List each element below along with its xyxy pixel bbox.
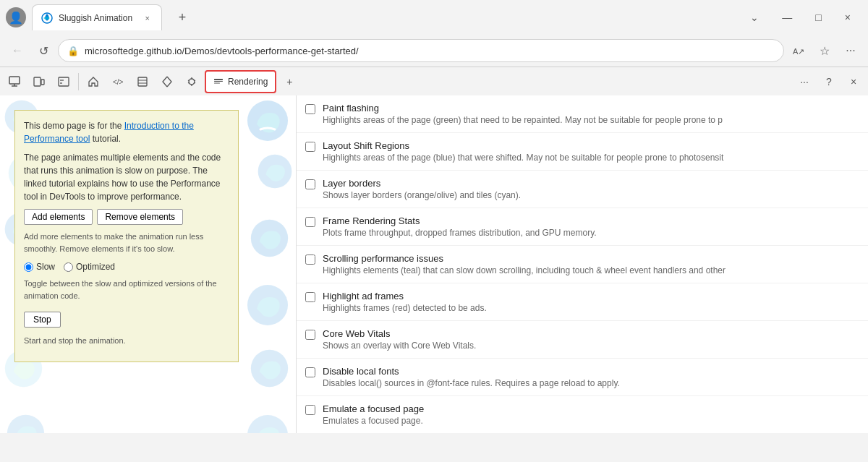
svg-text:A↗: A↗ <box>793 47 804 56</box>
rendering-item-title-0: Paint flashing <box>323 103 856 114</box>
sources-btn[interactable] <box>156 70 179 93</box>
tab-favicon <box>41 12 53 24</box>
rendering-item-content-4: Scrolling performance issues Highlights … <box>323 253 856 275</box>
rendering-item: Highlight ad frames Highlights frames (r… <box>297 283 868 321</box>
optimized-label: Optimized <box>76 260 115 273</box>
slow-radio[interactable] <box>24 262 33 272</box>
address-bar: ← ↺ 🔒 microsoftedge.github.io/Demos/devt… <box>0 35 868 67</box>
more-tools-btn[interactable]: ··· <box>839 39 862 62</box>
svg-line-18 <box>194 80 195 81</box>
svg-rect-2 <box>9 77 20 84</box>
slow-label: Slow <box>36 260 55 273</box>
optimized-radio-label[interactable]: Optimized <box>64 260 115 273</box>
optimized-radio[interactable] <box>64 262 73 272</box>
bg-logo-6 <box>246 414 289 433</box>
title-bar: 👤 Sluggish Animation × + ⌄ — □ × <box>0 0 868 35</box>
device-icon <box>33 76 45 87</box>
rendering-item-desc-4: Highlights elements (teal) that can slow… <box>323 265 856 275</box>
rendering-item-desc-3: Plots frame throughput, dropped frames d… <box>323 228 856 238</box>
back-btn[interactable]: ← <box>6 39 29 62</box>
more-panels-btn[interactable]: ··· <box>793 70 816 93</box>
lock-icon: 🔒 <box>67 46 79 56</box>
home-icon <box>88 76 99 87</box>
intro-suffix: tutorial. <box>93 134 121 144</box>
rendering-item-checkbox-3[interactable] <box>305 217 315 227</box>
favorites-btn[interactable]: ☆ <box>813 39 836 62</box>
help-btn[interactable]: ? <box>817 70 841 93</box>
stop-btn[interactable]: Stop <box>24 312 61 328</box>
refresh-btn[interactable]: ↺ <box>32 39 55 62</box>
bg-logo-1 <box>246 99 289 142</box>
performance-bug-btn[interactable] <box>180 70 203 93</box>
rendering-panel[interactable]: Paint flashing Highlights areas of the p… <box>297 95 868 433</box>
rendering-tab[interactable]: Rendering <box>205 70 276 93</box>
rendering-item: Disable local fonts Disables local() sou… <box>297 359 868 396</box>
animation-mode-radios: Slow Optimized <box>24 260 229 273</box>
bg-logo-11 <box>6 414 46 433</box>
elements-btn[interactable]: </> <box>106 70 129 93</box>
restore-btn[interactable]: □ <box>809 9 827 26</box>
rendering-item-title-3: Frame Rendering Stats <box>323 215 856 226</box>
rendering-item-checkbox-8[interactable] <box>305 405 315 415</box>
console-icon <box>58 76 69 87</box>
inspect-element-btn[interactable] <box>3 70 26 93</box>
stop-hint: Start and stop the animation. <box>24 335 229 347</box>
rendering-item-checkbox-5[interactable] <box>305 292 315 302</box>
rendering-item: Layer borders Shows layer borders (orang… <box>297 171 868 208</box>
url-box[interactable]: 🔒 microsoftedge.github.io/Demos/devtools… <box>58 39 784 62</box>
close-devtools-btn[interactable]: × <box>842 70 865 93</box>
svg-rect-22 <box>214 81 223 82</box>
svg-text:</>: </> <box>113 78 124 86</box>
svg-point-14 <box>189 79 195 85</box>
svg-rect-11 <box>138 77 147 86</box>
rendering-item-checkbox-2[interactable] <box>305 179 315 189</box>
remove-elements-btn[interactable]: Remove elements <box>97 209 183 225</box>
rendering-item-title-6: Core Web Vitals <box>323 328 856 339</box>
network-btn[interactable] <box>131 70 154 93</box>
rendering-item-desc-2: Shows layer borders (orange/olive) and t… <box>323 190 856 200</box>
rendering-item: Layout Shift Regions Highlights areas of… <box>297 133 868 171</box>
tab-close-btn[interactable]: × <box>142 12 153 24</box>
svg-rect-21 <box>214 79 223 80</box>
toggle-hint: Toggle between the slow and optimized ve… <box>24 278 229 301</box>
rendering-item-desc-0: Highlights areas of the page (green) tha… <box>323 115 856 125</box>
browser-tab[interactable]: Sluggish Animation × <box>32 4 162 30</box>
device-emulation-btn[interactable] <box>27 70 51 93</box>
close-btn[interactable]: × <box>839 9 856 26</box>
bg-logo-5 <box>250 348 289 388</box>
rendering-item-content-8: Emulate a focused page Emulates a focuse… <box>323 403 856 426</box>
bg-logo-3 <box>250 218 289 258</box>
window-dropdown-btn[interactable]: ⌄ <box>744 9 765 26</box>
rendering-item-checkbox-4[interactable] <box>305 254 315 265</box>
rendering-item-checkbox-7[interactable] <box>305 367 315 377</box>
add-panel-btn[interactable]: + <box>278 70 301 93</box>
rendering-item-checkbox-1[interactable] <box>305 142 315 152</box>
element-controls: Add elements Remove elements <box>24 209 229 225</box>
rendering-item-title-2: Layer borders <box>323 178 856 189</box>
rendering-items-list: Paint flashing Highlights areas of the p… <box>297 95 868 433</box>
read-aloud-btn[interactable]: A↗ <box>787 39 810 62</box>
rendering-item-desc-8: Emulates a focused page. <box>323 416 856 426</box>
bg-logo-2 <box>257 153 293 189</box>
rendering-tab-label: Rendering <box>228 77 268 87</box>
rendering-item: Paint flashing Highlights areas of the p… <box>297 95 868 133</box>
rendering-item-desc-1: Highlights areas of the page (blue) that… <box>323 153 856 163</box>
read-aloud-icon: A↗ <box>792 44 805 57</box>
svg-line-17 <box>188 80 190 81</box>
network-icon <box>137 76 148 87</box>
rendering-icon <box>213 77 224 87</box>
rendering-item-checkbox-0[interactable] <box>305 104 315 114</box>
toolbar-separator <box>78 73 79 90</box>
slow-radio-label[interactable]: Slow <box>24 260 55 273</box>
url-text: microsoftedge.github.io/Demos/devtools-p… <box>85 46 359 56</box>
console-btn[interactable] <box>52 70 75 93</box>
rendering-item-desc-6: Shows an overlay with Core Web Vitals. <box>323 341 856 351</box>
rendering-item-desc-5: Highlights frames (red) detected to be a… <box>323 303 856 313</box>
rendering-item-title-8: Emulate a focused page <box>323 403 856 414</box>
rendering-item-checkbox-6[interactable] <box>305 330 315 340</box>
add-elements-btn[interactable]: Add elements <box>24 209 93 225</box>
new-tab-btn[interactable]: + <box>171 6 194 29</box>
minimize-btn[interactable]: — <box>776 9 798 26</box>
home-btn[interactable] <box>82 70 105 93</box>
user-avatar[interactable]: 👤 <box>6 7 26 27</box>
